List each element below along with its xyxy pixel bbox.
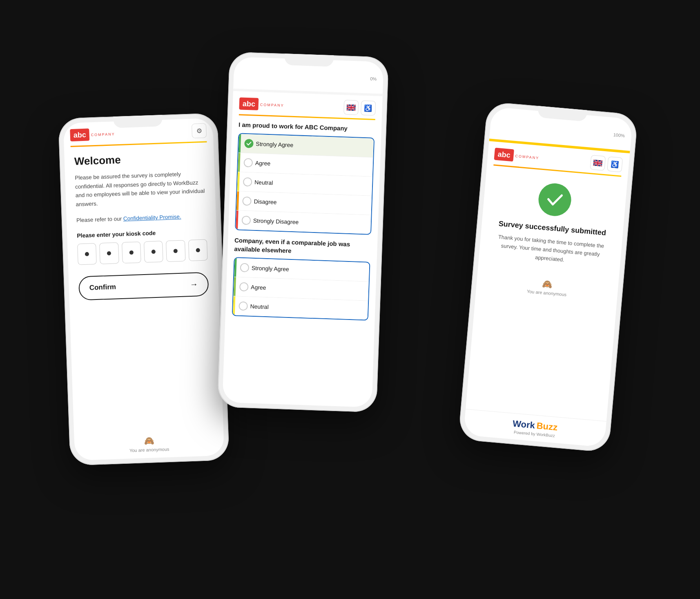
eye-slash-icon: 🙈 bbox=[144, 436, 154, 446]
kiosk-dot-4[interactable] bbox=[144, 241, 163, 263]
gear-icon: ⚙ bbox=[196, 127, 202, 134]
anonymous-footer-left: 🙈 You are anonymous bbox=[74, 429, 224, 460]
welcome-text: Please be assured the survey is complete… bbox=[75, 169, 206, 209]
a11y-button-right[interactable]: ♿ bbox=[607, 156, 623, 172]
phone-left-inner: abc COMPANY ⚙ Welcome Please be assured … bbox=[63, 118, 225, 460]
bar-red bbox=[236, 210, 239, 229]
bar-yellow bbox=[237, 172, 240, 191]
phone-right: 100% abc COMPANY bbox=[458, 101, 638, 452]
kiosk-dot-3[interactable] bbox=[122, 241, 141, 264]
likert-label-2-sa: Strongly Agree bbox=[252, 265, 289, 273]
progress-row-right: 100% bbox=[490, 118, 632, 139]
welcome-title: Welcome bbox=[74, 151, 204, 168]
header-icons-right: ♿ bbox=[590, 155, 623, 172]
kiosk-dot-2[interactable] bbox=[99, 242, 119, 264]
anonymous-footer-right: 🙈 You are anonymous bbox=[526, 273, 568, 303]
work-text: Work bbox=[512, 418, 535, 431]
accessibility-icon-mid: ♿ bbox=[364, 104, 372, 112]
empty-circle-2-neutral bbox=[239, 302, 248, 311]
confirm-label: Confirm bbox=[89, 283, 116, 292]
confidentiality-row: Please refer to our Confidentiality Prom… bbox=[76, 212, 207, 225]
dot-fill bbox=[107, 251, 111, 255]
header-icons-mid: ♿ bbox=[343, 100, 376, 116]
company-label-right: COMPANY bbox=[515, 154, 539, 160]
kiosk-dot-5[interactable] bbox=[166, 240, 185, 262]
bar-lime bbox=[238, 153, 241, 172]
empty-circle-2-agree bbox=[239, 282, 249, 292]
likert-list-2: Strongly Agree Agree Neutral bbox=[232, 257, 370, 321]
bar-green bbox=[239, 134, 241, 152]
anonymous-text-right: You are anonymous bbox=[526, 289, 566, 297]
success-circle bbox=[537, 182, 573, 217]
dot-fill bbox=[174, 249, 178, 253]
likert-label-neutral: Neutral bbox=[254, 179, 273, 186]
left-content: Welcome Please be assured the survey is … bbox=[64, 142, 223, 434]
company-label: COMPANY bbox=[91, 132, 115, 137]
logo-right: abc COMPANY bbox=[494, 148, 539, 163]
dot-fill bbox=[196, 248, 200, 252]
progress-row-mid: 0% bbox=[234, 68, 383, 82]
phone-right-inner: 100% abc COMPANY bbox=[464, 107, 633, 447]
success-text: Thank you for taking the time to complet… bbox=[489, 232, 612, 268]
uk-flag-icon-right bbox=[593, 159, 602, 166]
likert-label-2-agree: Agree bbox=[251, 284, 266, 291]
checkmark-icon bbox=[246, 141, 251, 145]
notch-left bbox=[113, 115, 163, 128]
company-label-mid: COMPANY bbox=[260, 103, 284, 107]
abc-logo-box-right: abc bbox=[494, 148, 514, 161]
dot-fill bbox=[129, 250, 133, 255]
dot-fill bbox=[85, 252, 89, 256]
confidentiality-prefix: Please refer to our bbox=[76, 216, 123, 224]
scene: abc COMPANY ⚙ Welcome Please be assured … bbox=[64, 34, 636, 565]
confirm-button[interactable]: Confirm → bbox=[78, 272, 209, 300]
empty-circle-strongly-disagree bbox=[242, 216, 251, 225]
eye-slash-icon-right: 🙈 bbox=[542, 279, 553, 289]
abc-logo-wrapper-mid: COMPANY bbox=[260, 102, 284, 107]
logo-mid: abc COMPANY bbox=[239, 97, 284, 111]
notch-mid bbox=[284, 54, 334, 67]
likert-list-1: Strongly Agree Agree Neutral bbox=[235, 133, 375, 235]
bar2-lime bbox=[233, 277, 236, 296]
bar2-green bbox=[234, 258, 237, 277]
phone-mid: 0% abc COMPANY bbox=[217, 51, 389, 412]
likert-label-strongly-agree: Strongly Agree bbox=[256, 141, 293, 148]
question1-text: I am proud to work for ABC Company bbox=[239, 120, 375, 134]
empty-circle-2-sa bbox=[240, 263, 249, 273]
abc-logo-box-mid: abc bbox=[239, 97, 259, 110]
anonymous-text-left: You are anonymous bbox=[129, 447, 169, 453]
success-content: Survey successfully submitted Thank you … bbox=[466, 165, 628, 421]
survey-content: I am proud to work for ABC Company Stron… bbox=[222, 115, 381, 407]
a11y-button-mid[interactable]: ♿ bbox=[361, 101, 376, 116]
kiosk-dot-1[interactable] bbox=[77, 243, 97, 265]
lang-button-right[interactable] bbox=[590, 155, 606, 171]
check-circle-filled bbox=[244, 139, 254, 148]
settings-button[interactable]: ⚙ bbox=[192, 123, 207, 138]
progress-pct-right: 100% bbox=[613, 132, 625, 138]
abc-logo-box: abc bbox=[70, 128, 89, 141]
accessibility-icon-right: ♿ bbox=[611, 160, 620, 169]
arrow-right-icon: → bbox=[189, 279, 198, 289]
progress-pct-mid: 0% bbox=[370, 76, 377, 82]
empty-circle-neutral bbox=[243, 177, 252, 187]
empty-circle-disagree bbox=[242, 197, 252, 206]
likert-label-strongly-disagree: Strongly Disagree bbox=[253, 217, 299, 226]
question2-text: Company, even if a comparable job was av… bbox=[234, 236, 371, 258]
kiosk-dot-6[interactable] bbox=[188, 239, 207, 261]
uk-flag-icon bbox=[346, 104, 356, 111]
dot-fill bbox=[152, 250, 156, 254]
confidentiality-link[interactable]: Confidentiality Promise. bbox=[123, 214, 181, 222]
likert-label-agree: Agree bbox=[255, 160, 271, 167]
bar2-yellow bbox=[233, 296, 236, 315]
bar-orange bbox=[236, 191, 239, 210]
abc-logo-wrapper: COMPANY bbox=[91, 131, 115, 137]
phone-left: abc COMPANY ⚙ Welcome Please be assured … bbox=[58, 113, 229, 465]
kiosk-dots bbox=[77, 239, 208, 265]
likert-label-disagree: Disagree bbox=[254, 198, 277, 206]
likert-label-2-neutral: Neutral bbox=[250, 303, 269, 311]
logo-left: abc COMPANY bbox=[70, 127, 115, 141]
success-checkmark-icon bbox=[546, 192, 564, 207]
buzz-text: Buzz bbox=[536, 420, 558, 433]
lang-button-mid[interactable] bbox=[343, 100, 359, 115]
kiosk-label: Please enter your kiosk code bbox=[77, 228, 207, 239]
phone-mid-inner: 0% abc COMPANY bbox=[222, 57, 383, 407]
